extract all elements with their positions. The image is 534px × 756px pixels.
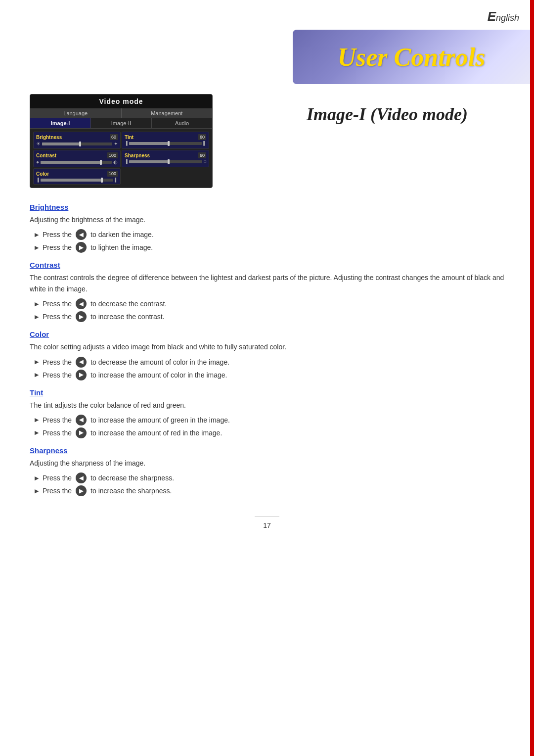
tint-icon-right: ▌: [203, 141, 206, 145]
color-desc: The color setting adjusts a video image …: [30, 341, 504, 352]
image-tab-image-ii[interactable]: Image-II: [91, 118, 152, 128]
brightness-desc: Adjusting the brightness of the image.: [30, 214, 504, 225]
tint-action-2: to increase the amount of red in the ima…: [90, 429, 222, 437]
tint-section: Tint The tint adjusts the color balance …: [30, 388, 504, 438]
bullet-arrow-icon: ▶: [35, 475, 39, 481]
content-sections: Brightness Adjusting the brightness of t…: [30, 203, 504, 496]
bullet-arrow-icon: ▶: [35, 359, 39, 365]
brightness-bullet-2: ▶ Press the ▶ to lighten the image.: [35, 242, 504, 253]
color-bullet-2: ▶ Press the ▶ to increase the amount of …: [35, 370, 504, 380]
user-controls-banner: User Controls: [293, 30, 530, 84]
tint-desc: The tint adjusts the color balance of re…: [30, 400, 504, 411]
contrast-icon-left: ●: [36, 159, 39, 165]
color-action-1: to decrease the amount of color in the i…: [90, 358, 229, 366]
color-bullet-1: ▶ Press the ◀ to decrease the amount of …: [35, 357, 504, 368]
brightness-control: Brightness 60 ☀ ✦: [33, 132, 121, 149]
brightness-icon-right: ✦: [114, 141, 118, 146]
image-i-section-title: Image-I (Video mode): [307, 94, 504, 125]
tint-bullets: ▶ Press the ◀ to increase the amount of …: [35, 415, 504, 438]
sharpness-bullet-2: ▶ Press the ▶ to increase the sharpness.: [35, 485, 504, 496]
tint-icon-left: ▐: [125, 141, 128, 145]
sharpness-icon-left: ▐: [125, 159, 128, 164]
sharpness-icon-right: □: [204, 159, 206, 164]
brightness-action-2: to lighten the image.: [90, 243, 153, 251]
sharpness-section: Sharpness Adjusting the sharpness of the…: [30, 446, 504, 496]
image-tab-image-i[interactable]: Image-I: [30, 118, 91, 128]
bullet-arrow-icon: ▶: [35, 372, 39, 378]
tint-value: 60: [198, 134, 206, 140]
english-rest: nglish: [496, 13, 519, 23]
brightness-heading: Brightness: [30, 203, 504, 211]
right-button-icon: ▶: [76, 370, 87, 380]
left-button-icon: ◀: [76, 357, 87, 368]
color-label: Color: [36, 171, 49, 177]
page-number: 17: [255, 516, 279, 529]
color-control: Color 100 ▐ ▌: [33, 168, 121, 185]
image-tab-audio[interactable]: Audio: [152, 118, 212, 128]
contrast-bullet-2: ▶ Press the ▶ to increase the contrast.: [35, 311, 504, 322]
sharpness-desc: Adjusting the sharpness of the image.: [30, 458, 504, 469]
brightness-section: Brightness Adjusting the brightness of t…: [30, 203, 504, 253]
brightness-value: 60: [110, 134, 118, 140]
bullet-arrow-icon: ▶: [35, 244, 39, 251]
bullet-arrow-icon: ▶: [35, 301, 39, 307]
tint-control: Tint 60 ▐ ▌: [122, 132, 209, 149]
sharpness-action-1: to decrease the sharpness.: [90, 474, 174, 482]
contrast-desc: The contrast controls the degree of diff…: [30, 272, 504, 294]
press-the-label: Press the: [43, 358, 72, 366]
sharpness-bullets: ▶ Press the ◀ to decrease the sharpness.…: [35, 472, 504, 496]
tint-bullet-2: ▶ Press the ▶ to increase the amount of …: [35, 427, 504, 438]
color-heading: Color: [30, 330, 504, 338]
color-section: Color The color setting adjusts a video …: [30, 330, 504, 380]
tint-action-1: to increase the amount of green in the i…: [90, 416, 230, 424]
image-i-section-title-wrapper: Image-I (Video mode): [307, 94, 504, 135]
right-button-icon: ▶: [76, 311, 87, 322]
contrast-section: Contrast The contrast controls the degre…: [30, 261, 504, 322]
left-button-icon: ◀: [76, 298, 87, 309]
brightness-label: Brightness: [36, 135, 62, 140]
color-action-2: to increase the amount of color in the i…: [90, 371, 227, 379]
sharpness-label: Sharpness: [125, 153, 150, 158]
sharpness-heading: Sharpness: [30, 446, 504, 455]
press-the-label: Press the: [43, 300, 72, 308]
press-the-label: Press the: [43, 429, 72, 437]
brightness-bullets: ▶ Press the ◀ to darken the image. ▶ Pre…: [35, 229, 504, 253]
bullet-arrow-icon: ▶: [35, 429, 39, 436]
menu-tabs: Language Management: [30, 108, 212, 118]
menu-tab-language: Language: [30, 108, 122, 118]
color-icon-right: ▌: [115, 178, 118, 182]
press-the-label: Press the: [43, 243, 72, 251]
contrast-value: 100: [107, 152, 118, 158]
sharpness-action-2: to increase the sharpness.: [90, 487, 172, 495]
press-the-label: Press the: [43, 487, 72, 495]
left-button-icon: ◀: [76, 472, 87, 483]
color-value: 100: [107, 171, 118, 177]
tint-bar: [129, 142, 202, 145]
english-e: E: [488, 9, 496, 24]
right-button-icon: ▶: [76, 485, 87, 496]
press-the-label: Press the: [43, 313, 72, 321]
contrast-bullets: ▶ Press the ◀ to decrease the contrast. …: [35, 298, 504, 322]
language-label: English: [488, 9, 519, 24]
bullet-arrow-icon: ▶: [35, 232, 39, 238]
brightness-bar: [42, 142, 112, 145]
sharpness-bullet-1: ▶ Press the ◀ to decrease the sharpness.: [35, 472, 504, 483]
right-button-icon: ▶: [76, 427, 87, 438]
brightness-action-1: to darken the image.: [90, 231, 154, 238]
contrast-bar: [41, 161, 112, 164]
press-the-label: Press the: [43, 474, 72, 482]
sharpness-bar: [129, 160, 202, 163]
brightness-icon-left: ☀: [36, 141, 41, 146]
tint-bullet-1: ▶ Press the ◀ to increase the amount of …: [35, 415, 504, 425]
image-tabs: Image-I Image-II Audio: [30, 118, 212, 129]
color-icon-left: ▐: [36, 178, 39, 182]
tint-label: Tint: [125, 135, 134, 140]
contrast-bullet-1: ▶ Press the ◀ to decrease the contrast.: [35, 298, 504, 309]
right-edge-bar: [530, 0, 534, 756]
contrast-icon-right: ◐: [113, 159, 118, 165]
main-content: Video mode Language Management Image-I I…: [30, 94, 504, 529]
right-button-icon: ▶: [76, 242, 87, 253]
brightness-bullet-1: ▶ Press the ◀ to darken the image.: [35, 229, 504, 240]
bullet-arrow-icon: ▶: [35, 417, 39, 423]
contrast-action-1: to decrease the contrast.: [90, 300, 167, 308]
